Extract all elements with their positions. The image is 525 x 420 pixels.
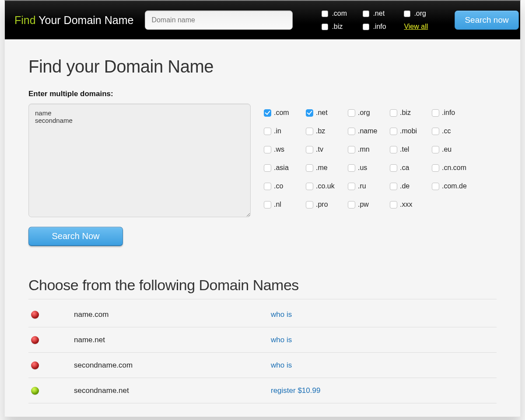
checkbox-icon[interactable] bbox=[348, 164, 355, 172]
result-domain: secondname.net bbox=[74, 386, 271, 395]
checkbox-icon[interactable] bbox=[306, 109, 313, 117]
domain-search-input[interactable] bbox=[145, 10, 293, 30]
search-now-top-button[interactable]: Search now bbox=[455, 10, 518, 30]
checkbox-icon[interactable] bbox=[390, 164, 397, 172]
result-domain: name.net bbox=[74, 336, 271, 344]
checkbox-icon[interactable] bbox=[306, 183, 313, 190]
checkbox-icon[interactable] bbox=[322, 10, 328, 17]
checkbox-icon[interactable] bbox=[432, 109, 439, 117]
tld-label: .biz bbox=[332, 23, 343, 31]
checkbox-icon[interactable] bbox=[390, 109, 397, 117]
tld-grid: .com.net.org.biz.info.in.bz.name.mobi.cc… bbox=[264, 104, 474, 214]
checkbox-icon[interactable] bbox=[348, 128, 355, 135]
tld-label: .ca bbox=[400, 164, 409, 172]
result-row: name.netwho is bbox=[28, 327, 497, 353]
checkbox-icon[interactable] bbox=[363, 10, 369, 17]
tld-option[interactable]: .net bbox=[306, 104, 348, 122]
whois-link[interactable]: who is bbox=[271, 336, 292, 344]
checkbox-icon[interactable] bbox=[432, 183, 439, 190]
tld-option[interactable]: .name bbox=[348, 122, 390, 140]
checkbox-icon[interactable] bbox=[264, 128, 271, 135]
tld-option[interactable]: .co bbox=[264, 177, 306, 195]
checkbox-icon[interactable] bbox=[306, 128, 313, 135]
tld-option[interactable]: .bz bbox=[306, 122, 348, 140]
tld-option[interactable]: .xxx bbox=[390, 195, 432, 214]
checkbox-icon[interactable] bbox=[348, 146, 355, 153]
tld-option[interactable]: .me bbox=[306, 159, 348, 177]
tld-option[interactable]: .in bbox=[264, 122, 306, 140]
checkbox-icon[interactable] bbox=[390, 201, 397, 208]
tld-option[interactable]: .asia bbox=[264, 159, 306, 177]
tld-label: .mn bbox=[358, 146, 370, 153]
tld-option[interactable]: .nl bbox=[264, 195, 306, 214]
checkbox-icon[interactable] bbox=[432, 128, 439, 135]
tld-option[interactable]: .us bbox=[348, 159, 390, 177]
tld-option[interactable]: .com.de bbox=[432, 177, 474, 195]
tld-label: .pro bbox=[316, 201, 328, 208]
tld-option[interactable]: .cc bbox=[432, 122, 474, 140]
tld-option[interactable]: .mn bbox=[348, 140, 390, 159]
tld-option[interactable]: .de bbox=[390, 177, 432, 195]
checkbox-icon[interactable] bbox=[264, 164, 271, 172]
tld-label: .me bbox=[316, 164, 328, 172]
checkbox-icon[interactable] bbox=[390, 183, 397, 190]
register-link[interactable]: register $10.99 bbox=[271, 386, 320, 395]
checkbox-icon[interactable] bbox=[306, 146, 313, 153]
tld-label: .tv bbox=[316, 146, 323, 153]
top-tld-option[interactable]: .info bbox=[363, 21, 402, 33]
tld-option[interactable]: .co.uk bbox=[306, 177, 348, 195]
checkbox-icon[interactable] bbox=[322, 24, 328, 30]
tld-label: .in bbox=[274, 127, 281, 135]
top-tld-option[interactable]: .biz bbox=[322, 21, 361, 33]
tld-option[interactable]: .tv bbox=[306, 140, 348, 159]
tld-option[interactable]: .ws bbox=[264, 140, 306, 159]
top-tld-option[interactable]: .com bbox=[322, 7, 361, 20]
checkbox-icon[interactable] bbox=[432, 164, 439, 172]
checkbox-icon[interactable] bbox=[390, 128, 397, 135]
whois-link[interactable]: who is bbox=[271, 361, 292, 369]
view-all-link[interactable]: View all bbox=[404, 23, 428, 31]
tld-option[interactable]: .tel bbox=[390, 140, 432, 159]
tld-option[interactable]: .pw bbox=[348, 195, 390, 214]
checkbox-icon[interactable] bbox=[264, 201, 271, 208]
tld-option[interactable]: .cn.com bbox=[432, 159, 474, 177]
tld-option[interactable]: .mobi bbox=[390, 122, 432, 140]
tld-label: .nl bbox=[274, 201, 281, 208]
tld-option[interactable]: .org bbox=[348, 104, 390, 122]
checkbox-icon[interactable] bbox=[363, 24, 369, 30]
tld-option[interactable]: .ca bbox=[390, 159, 432, 177]
result-row: secondname.comwho is bbox=[28, 353, 497, 378]
status-taken-icon bbox=[31, 361, 39, 369]
checkbox-icon[interactable] bbox=[306, 164, 313, 172]
search-now-button[interactable]: Search Now bbox=[28, 227, 123, 246]
top-tld-option[interactable]: .org bbox=[404, 7, 443, 20]
tld-label: .biz bbox=[400, 109, 411, 117]
top-tld-group: .com.net.org.biz.infoView all bbox=[322, 7, 443, 33]
tld-option[interactable]: .ru bbox=[348, 177, 390, 195]
checkbox-icon[interactable] bbox=[390, 146, 397, 153]
tld-option[interactable]: .eu bbox=[432, 140, 474, 159]
tld-option[interactable]: .info bbox=[432, 104, 474, 122]
multi-domain-input[interactable] bbox=[28, 104, 251, 217]
checkbox-icon[interactable] bbox=[348, 201, 355, 208]
tld-option[interactable]: .com bbox=[264, 104, 306, 122]
tld-label: .org bbox=[414, 10, 426, 17]
top-tld-option[interactable]: .net bbox=[363, 7, 402, 20]
checkbox-icon[interactable] bbox=[348, 109, 355, 117]
brand-find: Find bbox=[14, 14, 36, 26]
tld-label: .ru bbox=[358, 182, 366, 190]
tld-option[interactable]: .biz bbox=[390, 104, 432, 122]
checkbox-icon[interactable] bbox=[306, 201, 313, 208]
checkbox-icon[interactable] bbox=[404, 10, 410, 17]
checkbox-icon[interactable] bbox=[432, 146, 439, 153]
tld-label: .co bbox=[274, 182, 283, 190]
status-taken-icon bbox=[31, 336, 39, 344]
checkbox-icon[interactable] bbox=[264, 183, 271, 190]
tld-label: .us bbox=[358, 164, 367, 172]
checkbox-icon[interactable] bbox=[264, 109, 271, 117]
checkbox-icon[interactable] bbox=[348, 183, 355, 190]
tld-option[interactable]: .pro bbox=[306, 195, 348, 214]
top-search-bar: Find Your Domain Name .com.net.org.biz.i… bbox=[5, 1, 520, 39]
checkbox-icon[interactable] bbox=[264, 146, 271, 153]
whois-link[interactable]: who is bbox=[271, 310, 292, 319]
